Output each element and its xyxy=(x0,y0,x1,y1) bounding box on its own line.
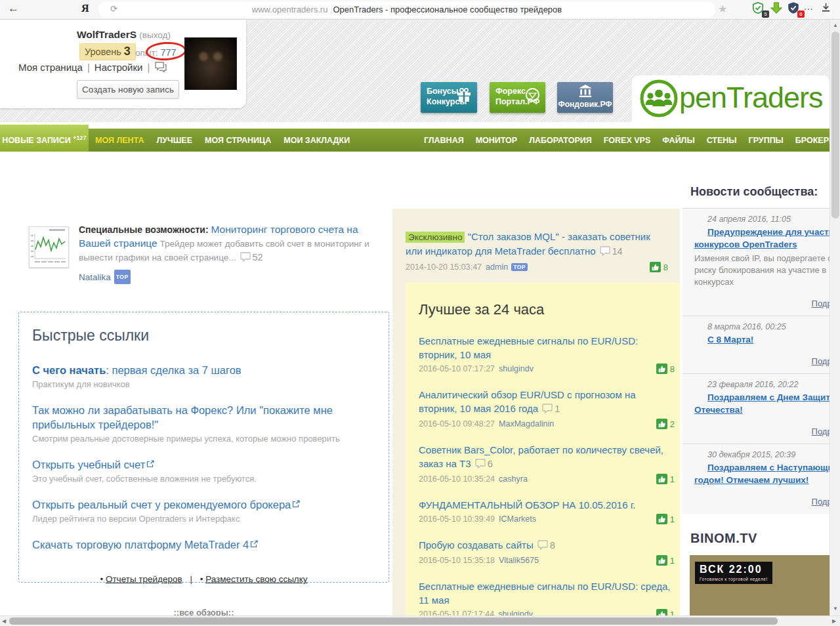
author-link[interactable]: Vitalik5675 xyxy=(499,556,539,565)
author-link[interactable]: shulgindv xyxy=(499,364,534,373)
post-link[interactable]: Аналитический обзор EUR/USD с прогнозом … xyxy=(419,388,672,417)
scroll-left-arrow[interactable]: ◀ xyxy=(2,618,6,624)
bookmark-star-icon[interactable]: ★ xyxy=(718,3,727,15)
quick-link-earn[interactable]: Так можно ли зарабатывать на Форекс? Или… xyxy=(32,404,333,430)
rating-value: 1 xyxy=(670,556,675,566)
quick-link-real-account[interactable]: Открыть реальный счет у рекомендуемого б… xyxy=(32,499,291,511)
back-icon[interactable]: ← xyxy=(8,2,19,15)
post-link[interactable]: Бесплатные ежедневные сигналы по EUR/USD… xyxy=(419,579,672,607)
nav-item-main[interactable]: ГЛАВНАЯ xyxy=(424,136,464,145)
post-link[interactable]: Пробую создавать сайты8 xyxy=(419,538,672,553)
rating[interactable]: 1 xyxy=(656,474,675,484)
news-more-link[interactable]: Подробнее xyxy=(812,427,830,436)
nav-item-monitor[interactable]: МОНИТОР xyxy=(476,136,518,145)
messages-icon[interactable] xyxy=(154,62,167,74)
nav-item-best[interactable]: ЛУЧШЕЕ xyxy=(156,136,192,145)
adblock-shield-icon[interactable]: 5 xyxy=(752,2,766,16)
all-reviews-link[interactable]: ::все обзоры:: xyxy=(18,608,389,616)
banner-forex-portal[interactable]: ФорексПортал.РФ xyxy=(490,82,545,113)
gift-icon xyxy=(456,87,472,106)
news-link[interactable]: Поздравляем с Днем Защитника Отечества! xyxy=(694,391,830,416)
author-link[interactable]: shulgindv xyxy=(498,610,533,616)
horizontal-scrollbar[interactable]: ◀ ▶ xyxy=(0,616,840,626)
news-more-link[interactable]: Подробнее xyxy=(812,497,830,507)
thumbs-up-icon xyxy=(656,514,667,524)
rating[interactable]: 1 xyxy=(656,514,675,524)
username[interactable]: WolfTraderS (выход) xyxy=(77,29,171,41)
rating[interactable]: 2 xyxy=(656,419,675,429)
savefrom-arrow-icon[interactable] xyxy=(770,2,785,16)
post-thumbnail[interactable] xyxy=(29,226,69,268)
news-item: 23 февраля 2016, 20:22 Поздравляем с Дне… xyxy=(682,373,830,444)
nav-item-lab[interactable]: ЛАБОРАТОРИЯ xyxy=(529,136,592,145)
nav-item-files[interactable]: ФАЙЛЫ xyxy=(662,136,694,145)
binom-tv-banner[interactable]: ВСК 22:00 Готовимся к торговой неделе! Н… xyxy=(690,555,830,616)
post-link[interactable]: Советник Bars_Color, работает по количес… xyxy=(419,443,672,472)
rating[interactable]: 1 xyxy=(656,555,675,566)
comment-count: 8 xyxy=(550,540,555,551)
create-post-button[interactable]: Создать новую запись xyxy=(77,80,179,99)
news-link[interactable]: С 8 Марта! xyxy=(694,333,830,346)
quick-link-demo-account[interactable]: Открыть учебный счет xyxy=(32,459,145,470)
site-logo[interactable]: penTraders xyxy=(632,75,830,122)
news-more-link[interactable]: Подробнее xyxy=(812,299,830,308)
banner-bonus-contests[interactable]: БонусыКонкурсы xyxy=(421,82,477,113)
address-bar[interactable]: ⟳ www.opentraders.ruOpenTraders - профес… xyxy=(98,1,715,18)
bank-icon xyxy=(557,85,613,100)
quick-link-item: Открыть учебный счет Это учебный счет, с… xyxy=(32,457,375,484)
adguard-shield-icon[interactable]: 6 xyxy=(788,2,802,16)
scroll-up-arrow[interactable]: ▲ xyxy=(830,22,840,28)
author-link[interactable]: MaxMagdalinin xyxy=(499,419,554,428)
yandex-logo-icon[interactable]: Я xyxy=(81,3,89,14)
rating-value: 2 xyxy=(670,419,675,429)
comment-icon xyxy=(240,252,251,266)
nav-item-walls[interactable]: СТЕНЫ xyxy=(707,136,737,145)
nav-item-new-posts[interactable]: НОВЫЕ ЗАПИСИ +127 xyxy=(0,125,89,152)
scroll-down-arrow[interactable]: ▼ xyxy=(830,606,840,612)
forex-portal-icon xyxy=(525,87,540,105)
author-link[interactable]: ICMarkets xyxy=(499,514,536,524)
news-link[interactable]: Поздравляем с Наступающим 2016 годом! От… xyxy=(694,461,830,486)
author-link[interactable]: Natalika xyxy=(79,272,111,282)
logout-link[interactable]: (выход) xyxy=(139,30,171,40)
vertical-scrollbar[interactable]: ▲ ▼ xyxy=(830,20,840,616)
post-link[interactable]: ФУНДАМЕНТАЛЬНЫЙ ОБЗОР НА 10.05.2016 г. xyxy=(419,498,672,512)
news-link[interactable]: Предупреждение для участников конкурсов … xyxy=(694,226,830,251)
nav-item-brokers[interactable]: БРОКЕРЫ xyxy=(795,136,830,145)
post-link[interactable]: Бесплатные ежедневные сигналы по EUR/USD… xyxy=(419,334,672,362)
traders-reports-link[interactable]: Отчеты трейдеров xyxy=(106,574,182,584)
comment-count[interactable]: 52 xyxy=(253,252,263,262)
scroll-right-arrow[interactable]: ▶ xyxy=(832,618,836,624)
author-link[interactable]: admin xyxy=(486,262,508,272)
avatar[interactable] xyxy=(184,37,237,90)
quick-link-sub: Лидер рейтинга по версии Opentraders и И… xyxy=(32,514,375,524)
download-icon[interactable] xyxy=(821,3,831,15)
best-post-item: Пробую создавать сайты8 2016-05-10 15:35… xyxy=(419,538,675,566)
quick-link-start[interactable]: С чего начать: первая сделка за 7 шагов xyxy=(32,364,242,376)
new-posts-count: +127 xyxy=(73,135,86,141)
page-viewport: WolfTraderS (выход) Уровень3 опыт:777 Мо… xyxy=(0,20,830,616)
external-link-icon xyxy=(292,499,300,511)
comment-count[interactable]: 14 xyxy=(612,246,623,257)
place-your-link[interactable]: Разместить свою ссылку xyxy=(205,574,307,584)
rating[interactable]: 8 xyxy=(656,364,675,374)
author-link[interactable]: cashyra xyxy=(499,474,528,484)
news-more-link[interactable]: Подробнее xyxy=(812,356,830,366)
quick-link-metatrader[interactable]: Скачать торговую платформу MetaTrader 4 xyxy=(32,539,249,551)
nav-item-my-feed[interactable]: МОЯ ЛЕНТА xyxy=(95,136,144,145)
profile-links: Моя страница|Настройки| xyxy=(18,62,167,74)
banner-fondovik[interactable]: Фондовик.РФ xyxy=(557,82,613,113)
more-extensions-icon[interactable]: ... xyxy=(804,1,814,12)
vertical-scroll-thumb[interactable] xyxy=(831,31,839,219)
nav-item-my-page[interactable]: МОЯ СТРАНИЦА xyxy=(205,136,271,145)
right-column: Новости сообщества: 24 апреля 2016, 11:0… xyxy=(682,177,830,616)
rating[interactable]: 1 xyxy=(656,609,675,616)
settings-link[interactable]: Настройки xyxy=(94,62,143,73)
horizontal-scroll-thumb[interactable] xyxy=(9,617,778,625)
news-date: 23 февраля 2016, 20:22 xyxy=(694,380,830,389)
rating[interactable]: 8 xyxy=(650,262,668,272)
nav-item-forex-vps[interactable]: FOREX VPS xyxy=(604,136,651,145)
nav-item-bookmarks[interactable]: МОИ ЗАКЛАДКИ xyxy=(284,136,350,145)
my-page-link[interactable]: Моя страница xyxy=(18,62,83,73)
nav-item-groups[interactable]: ГРУППЫ xyxy=(749,136,784,145)
